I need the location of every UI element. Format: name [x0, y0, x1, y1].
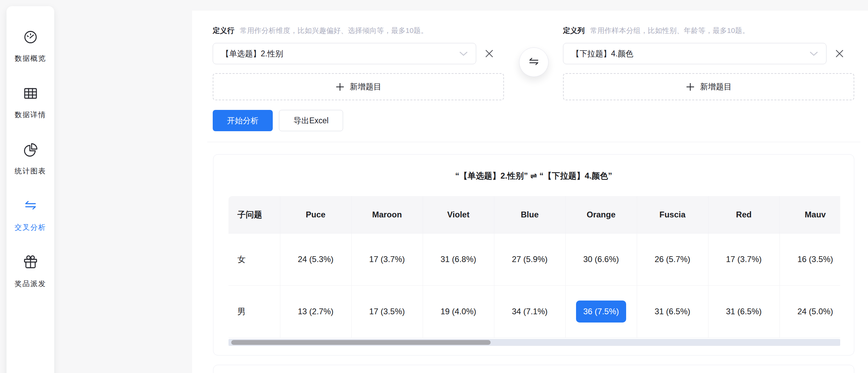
row-label: 男: [228, 285, 280, 338]
sidebar-item-cross-analysis[interactable]: 交叉分析: [15, 198, 46, 232]
define-column-label: 定义列: [563, 26, 585, 35]
cell-value: 13 (2.7%): [298, 307, 333, 316]
sidebar-item-data-details[interactable]: 数据详情: [15, 85, 46, 120]
define-row-hint: 常用作分析维度，比如兴趣偏好、选择倾向等，最多10题。: [240, 26, 428, 35]
table-cell[interactable]: 30 (6.6%): [565, 233, 637, 285]
table-cell[interactable]: 17 (3.5%): [351, 285, 423, 338]
gift-icon: [22, 254, 39, 271]
sidebar-item-label: 奖品派发: [15, 279, 46, 289]
cell-value: 30 (6.6%): [583, 255, 619, 264]
column-header: Mauv: [779, 196, 840, 233]
row-add-question-label: 新增题目: [350, 81, 382, 92]
define-column-hint: 常用作样本分组，比如性别、年龄等，最多10题。: [590, 26, 749, 35]
sidebar-item-label: 数据详情: [15, 110, 46, 120]
row-add-question-button[interactable]: 新增题目: [213, 73, 504, 100]
table-cell[interactable]: 27 (5.9%): [494, 233, 565, 285]
swap-icon: [22, 198, 39, 214]
plus-icon: [336, 82, 344, 91]
table-cell[interactable]: 34 (7.1%): [494, 285, 565, 338]
close-icon: [484, 49, 494, 58]
table-cell[interactable]: 17 (3.7%): [351, 233, 423, 285]
table-cell[interactable]: 16 (3.5%): [779, 233, 840, 285]
column-question-clear-button[interactable]: [835, 49, 844, 58]
cross-table-container: 子问题PuceMaroonVioletBlueOrangeFusciaRedMa…: [228, 196, 840, 338]
highlighted-cell-value: 36 (7.5%): [576, 301, 626, 323]
next-result-card: [213, 365, 854, 373]
row-question-select-value: 【单选题】2.性别: [221, 48, 283, 59]
column-question-select[interactable]: 【下拉题】4.颜色: [563, 43, 826, 64]
table-cell[interactable]: 26 (5.7%): [637, 233, 708, 285]
cell-value: 31 (6.5%): [655, 307, 690, 316]
table-cell[interactable]: 36 (7.5%): [565, 285, 637, 338]
actions-bar: 开始分析 导出Excel: [213, 110, 343, 131]
main-panel: 定义行 常用作分析维度，比如兴趣偏好、选择倾向等，最多10题。 【单选题】2.性…: [192, 11, 868, 373]
chevron-down-icon: [810, 52, 818, 56]
chevron-down-icon: [459, 52, 468, 56]
column-header: 子问题: [228, 196, 280, 233]
cell-value: 17 (3.7%): [369, 255, 405, 264]
section-divider: [207, 142, 860, 142]
cross-analysis-page: 数据概览数据详情统计图表交叉分析奖品派发 定义行 常用作分析维度，比如兴趣偏好、…: [0, 0, 868, 373]
row-question-select[interactable]: 【单选题】2.性别: [213, 43, 476, 64]
column-question-select-value: 【下拉题】4.颜色: [572, 48, 633, 59]
horizontal-scrollbar-track[interactable]: [228, 339, 840, 346]
cell-value: 17 (3.5%): [369, 307, 405, 316]
swap-row-column-button[interactable]: [519, 47, 549, 77]
table-cell[interactable]: 17 (3.7%): [708, 233, 779, 285]
table-icon: [22, 85, 39, 102]
column-header: Maroon: [351, 196, 423, 233]
cross-analysis-result-card: “【单选题】2.性别” ⇌ “【下拉题】4.颜色” 子问题PuceMaroonV…: [213, 154, 854, 355]
cell-value: 26 (5.7%): [655, 255, 690, 264]
cell-value: 31 (6.5%): [726, 307, 762, 316]
define-column-header: 定义列 常用作样本分组，比如性别、年龄等，最多10题。: [563, 26, 854, 35]
table-cell[interactable]: 13 (2.7%): [280, 285, 351, 338]
column-header: Fuscia: [637, 196, 708, 233]
column-header: Puce: [280, 196, 351, 233]
cell-value: 24 (5.3%): [298, 255, 333, 264]
cell-value: 19 (4.0%): [441, 307, 476, 316]
column-header: Orange: [565, 196, 637, 233]
cell-value: 24 (5.0%): [797, 307, 833, 316]
column-add-question-button[interactable]: 新增题目: [563, 73, 854, 100]
export-excel-button[interactable]: 导出Excel: [279, 110, 343, 131]
column-header: Red: [708, 196, 779, 233]
result-title: “【单选题】2.性别” ⇌ “【下拉题】4.颜色”: [213, 170, 854, 181]
cross-table: 子问题PuceMaroonVioletBlueOrangeFusciaRedMa…: [228, 196, 840, 338]
sidebar: 数据概览数据详情统计图表交叉分析奖品派发: [7, 6, 54, 373]
table-cell[interactable]: 24 (5.3%): [280, 233, 351, 285]
table-cell[interactable]: 31 (6.5%): [708, 285, 779, 338]
sidebar-item-statistics-charts[interactable]: 统计图表: [15, 142, 46, 176]
cell-value: 31 (6.8%): [441, 255, 476, 264]
table-cell[interactable]: 31 (6.8%): [423, 233, 494, 285]
swap-arrows-icon: [527, 55, 541, 69]
column-add-question-label: 新增题目: [700, 81, 732, 92]
pie-icon: [22, 142, 39, 158]
table-cell[interactable]: 24 (5.0%): [779, 285, 840, 338]
sidebar-item-label: 统计图表: [15, 166, 46, 176]
cell-value: 27 (5.9%): [512, 255, 548, 264]
table-header-row: 子问题PuceMaroonVioletBlueOrangeFusciaRedMa…: [228, 196, 840, 233]
start-analysis-button[interactable]: 开始分析: [213, 110, 273, 131]
row-question-clear-button[interactable]: [484, 49, 494, 58]
sidebar-item-prize-distribution[interactable]: 奖品派发: [15, 254, 46, 289]
define-row-header: 定义行 常用作分析维度，比如兴趣偏好、选择倾向等，最多10题。: [213, 26, 504, 35]
table-cell[interactable]: 31 (6.5%): [637, 285, 708, 338]
define-column-section: 定义列 常用作样本分组，比如性别、年龄等，最多10题。 【下拉题】4.颜色 新增…: [563, 26, 854, 100]
cell-value: 34 (7.1%): [512, 307, 548, 316]
sidebar-item-label: 交叉分析: [15, 223, 46, 232]
table-cell[interactable]: 19 (4.0%): [423, 285, 494, 338]
define-row-section: 定义行 常用作分析维度，比如兴趣偏好、选择倾向等，最多10题。 【单选题】2.性…: [213, 26, 504, 100]
table-row: 女24 (5.3%)17 (3.7%)31 (6.8%)27 (5.9%)30 …: [228, 233, 840, 285]
define-row-label: 定义行: [213, 26, 234, 35]
cell-value: 16 (3.5%): [797, 255, 833, 264]
plus-icon: [686, 82, 695, 91]
horizontal-scrollbar-thumb[interactable]: [231, 340, 491, 345]
gauge-icon: [22, 29, 39, 45]
table-row: 男13 (2.7%)17 (3.5%)19 (4.0%)34 (7.1%)36 …: [228, 285, 840, 338]
column-header: Blue: [494, 196, 565, 233]
sidebar-item-label: 数据概览: [15, 54, 46, 63]
sidebar-item-data-overview[interactable]: 数据概览: [15, 29, 46, 63]
row-label: 女: [228, 233, 280, 285]
cell-value: 17 (3.7%): [726, 255, 762, 264]
column-header: Violet: [423, 196, 494, 233]
